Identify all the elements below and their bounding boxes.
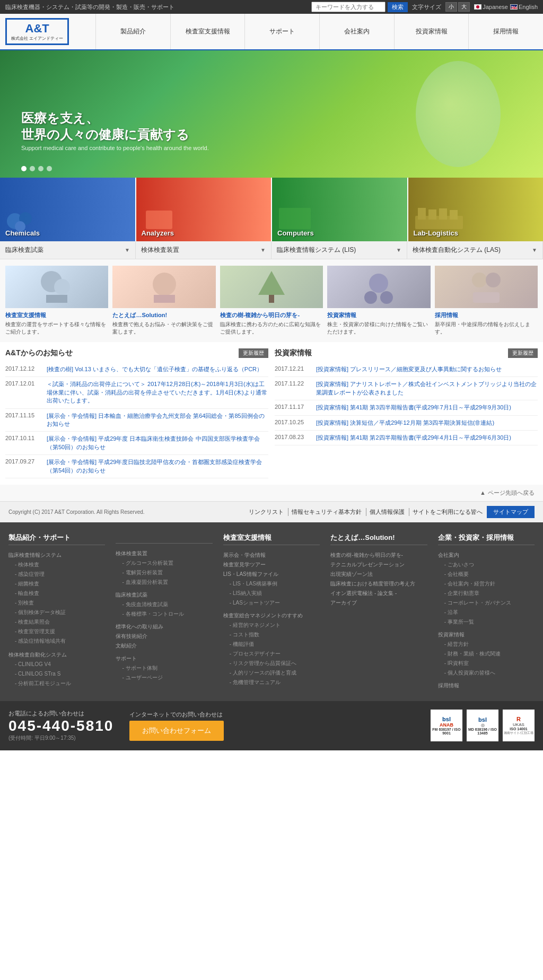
inv-news-link-4[interactable]: [投資家情報] 決算短信／平成29年12月期 第3四半期決算短信(非連結) <box>316 419 494 427</box>
df-careers-link[interactable]: 採用情報 <box>438 681 535 690</box>
info-card-investors[interactable]: 投資家情報 株主・投資家の皆様に向けた情報をご覧いただけます。 <box>327 266 430 336</box>
at-news-link-3[interactable]: [展示会・学会情報] 日本輸血・細胞治療学会九州支部会 第64回総会・第85回例… <box>47 412 268 428</box>
hero-dot-2[interactable] <box>30 166 35 171</box>
at-news-link-1[interactable]: [検査の樹] Vol.13 いまさら、でも大切な「遺伝子検査」の基礎をふり返る（… <box>47 365 262 373</box>
dark-footer-las-link[interactable]: 検体検査自動化システム <box>8 650 105 660</box>
footer-link-2[interactable]: 情報セキュリティ基本方針 <box>288 508 365 516</box>
investor-news-title: 投資家情報 <box>275 348 312 358</box>
cat-chemicals[interactable]: Chemicals <box>0 178 136 241</box>
contact-internet-label: インターネットでのお問い合わせは <box>129 711 224 719</box>
lang-jp-button[interactable]: Japanese <box>474 4 508 10</box>
nav-item-investors[interactable]: 投資家情報 <box>394 14 469 49</box>
hero-dot-3[interactable] <box>38 166 43 171</box>
inv-news-link-1[interactable]: [投資家情報] プレスリリース／細胞変更及び人事異動に関するお知らせ <box>316 365 502 373</box>
df-quality[interactable]: 臨床検査における精度管理の考え方 <box>330 579 427 589</box>
dark-footer-tech-link[interactable]: 保有技術紹介 <box>116 632 212 641</box>
nav-item-careers[interactable]: 採用情報 <box>468 14 543 49</box>
dark-footer: 製品紹介・サポート 臨床検査情報システム ‐ 検体検査 ‐ 感染症管理 ‐ 細菌… <box>0 522 543 701</box>
font-small-button[interactable]: 小 <box>445 2 457 12</box>
dark-footer-sub-glucose: ‐ グルコース分析装置 <box>116 558 212 568</box>
dark-footer-reagent-link[interactable]: 臨床検査試薬 <box>116 590 212 600</box>
df-sub-policy: ‐ 会社案内・経営方針 <box>438 579 535 589</box>
sitemap-button[interactable]: サイトマップ <box>487 506 535 518</box>
nav-item-lab-support[interactable]: 検査室支援情報 <box>170 14 245 49</box>
at-news-item-4: 2017.10.11 [展示会・学会情報] 平成29年度 日本臨床衛生検査技師会… <box>5 432 268 455</box>
inv-news-link-2[interactable]: [投資家情報] アナリストレポート／株式会社インベストメントブリッジより当社の企… <box>316 380 538 397</box>
inv-news-item-3: 2017.11.17 [投資家情報] 第41期 第3四半期報告書(平成29年7月… <box>275 400 538 415</box>
df-tree[interactable]: 検査の樹-複雑から明日の芽を- <box>330 550 427 560</box>
df-sub-lis-jisseki: ‐ LIS納入実績 <box>223 589 320 598</box>
prod-header-analyzers[interactable]: 検体検査装置 ▼ <box>136 241 272 259</box>
df-sub-las-short: ‐ LASショートツアー <box>223 598 320 608</box>
nav-item-support[interactable]: サポート <box>244 14 319 49</box>
copyright-text: Copyright (C) 2017 A&T Corporation. All … <box>8 509 145 515</box>
hero-dot-1[interactable] <box>21 166 27 171</box>
lang-en-button[interactable]: 🇬🇧 English <box>510 4 538 10</box>
info-card-careers-image <box>435 266 538 308</box>
nav-item-products[interactable]: 製品紹介 <box>95 14 170 49</box>
df-technical[interactable]: テクニカルプレゼンテーション <box>330 560 427 570</box>
df-sub-gov: ‐ コーポレート・ガバナンス <box>438 598 535 608</box>
footer-link-4[interactable]: サイトをご利用になる皆へ <box>409 508 486 516</box>
cat-chemicals-label: Chemicals <box>5 229 40 237</box>
df-lis-file[interactable]: LIS・LAS情報ファイル <box>223 570 320 579</box>
info-card-lab-title: 検査室支援情報 <box>5 311 108 319</box>
at-news-link-4[interactable]: [展示会・学会情報] 平成29年度 日本臨床衛生検査技師会 中四国支部医学検査学… <box>47 435 268 451</box>
footer-link-1[interactable]: リンクリスト <box>246 508 287 516</box>
at-news-link-2[interactable]: ＜試薬・消耗品の出荷停止について＞ 2017年12月28日(木)～2018年1月… <box>47 380 268 405</box>
at-news-date-1: 2017.12.12 <box>5 365 42 373</box>
prod-header-lis[interactable]: 臨床検査情報システム (LIS) ▼ <box>272 241 407 259</box>
footer-links-bar: Copyright (C) 2017 A&T Corporation. All … <box>0 501 543 522</box>
inv-news-link-3[interactable]: [投資家情報] 第41期 第3四半期報告書(平成29年7月1日～平成29年9月3… <box>316 404 511 412</box>
font-large-button[interactable]: 大 <box>458 2 470 12</box>
df-sub-case: ‐ LIS・LAS構築事例 <box>223 579 320 589</box>
df-company[interactable]: 会社案内 <box>438 550 535 560</box>
inv-news-link-5[interactable]: [投資家情報] 第41期 第2四半期報告書(平成29年4月1日～平成29年6月3… <box>316 434 511 442</box>
df-archive[interactable]: アーカイブ <box>330 598 427 608</box>
svg-rect-8 <box>418 208 426 220</box>
df-total-mgmt[interactable]: 検査室総合マネジメントのすすめ <box>223 611 320 620</box>
inv-news-item-2: 2017.11.22 [投資家情報] アナリストレポート／株式会社インベストメン… <box>275 377 538 400</box>
df-sub-greet: ‐ ごあいさつ <box>438 560 535 570</box>
dark-footer-ref-link[interactable]: 文献紹介 <box>116 641 212 651</box>
search-input[interactable] <box>311 2 386 12</box>
df-investors-col[interactable]: 投資家情報 <box>438 630 535 640</box>
font-size-buttons: 小 大 <box>445 2 470 12</box>
cat-computers[interactable]: Computers <box>272 178 408 241</box>
df-zone[interactable]: 出現実績ゾーン法 <box>330 570 427 579</box>
info-card-careers-desc: 新卒採用・中途採用の情報をお伝えします。 <box>435 321 538 336</box>
cat-analyzers[interactable]: Analyzers <box>136 178 273 241</box>
df-ion[interactable]: イオン選択電極法 - 論文集 - <box>330 589 427 598</box>
at-news-item-2: 2017.12.01 ＜試薬・消耗品の出荷停止について＞ 2017年12月28日… <box>5 377 268 408</box>
top-bar: 臨床検査機器・システム・試薬等の開発・製造・販売・サポート 検索 文字サイズ 小… <box>0 0 543 14</box>
info-card-solution[interactable]: たとえば…Solution! 検査務で抱えるお悩み・その解決策をご提案します。 <box>112 266 215 336</box>
dark-footer-col2: 検査室支援情報 展示会・学会情報 検査室見学ツアー LIS・LAS情報ファイル … <box>223 533 320 690</box>
search-button[interactable]: 検索 <box>388 2 408 12</box>
at-news-link-5[interactable]: [展示会・学会情報] 平成29年度日臨技北陸甲信友の会・首都圏支部感染症検査学会… <box>47 458 268 475</box>
dark-footer-device-link[interactable]: 検体検査装置 <box>116 549 212 558</box>
info-card-lab-support[interactable]: 検査室支援情報 検査室の運営をサポートする様々な情報をご紹介します。 <box>5 266 108 336</box>
nav-item-about[interactable]: 会社案内 <box>319 14 394 49</box>
dark-footer-support-link[interactable]: サポート <box>116 654 212 663</box>
df-exhib[interactable]: 展示会・学会情報 <box>223 550 320 560</box>
prod-header-reagents[interactable]: 臨床検査試薬 ▼ <box>0 241 136 259</box>
prod-header-las[interactable]: 検体検査自動化システム (LAS) ▼ <box>407 241 543 259</box>
contact-form-button[interactable]: お問い合わせフォーム <box>129 721 224 741</box>
hero-headline: 医療を支え、 世界の人々の健康に貢献する <box>21 110 209 143</box>
info-card-tree[interactable]: 検査の樹-複雑から明日の芽を- 臨床検査に携わる方のために広範な知識をご提供しま… <box>220 266 323 336</box>
hero-dot-4[interactable] <box>47 166 52 171</box>
top-bar-right: 検索 文字サイズ 小 大 Japanese 🇬🇧 English <box>311 2 538 12</box>
at-update-button[interactable]: 更新履歴 <box>239 348 268 358</box>
dark-footer-lis-link[interactable]: 臨床検査情報システム <box>8 550 105 560</box>
cat-lab[interactable]: Lab-Logistics <box>408 178 544 241</box>
cat-computers-label: Computers <box>277 229 314 237</box>
dark-footer-standardize-link[interactable]: 標準化への取り組み <box>116 622 212 632</box>
at-news-column: A&Tからのお知らせ 更新履歴 2017.12.12 [検査の樹] Vol.13… <box>5 348 268 478</box>
back-to-top-button[interactable]: ▲ ページ先頭へ戻る <box>480 489 535 497</box>
df-sub-indiv: ‐ 個人投資家の皆様へ <box>438 668 535 678</box>
investor-update-button[interactable]: 更新履歴 <box>508 348 538 358</box>
footer-link-3[interactable]: 個人情報保護 <box>366 508 408 516</box>
dark-footer-col1b: . 検体検査装置 ‐ グルコース分析装置 ‐ 電解質分析装置 ‐ 血液凝固分析装… <box>116 533 212 690</box>
df-tour[interactable]: 検査室見学ツアー <box>223 560 320 570</box>
info-card-careers[interactable]: 採用情報 新卒採用・中途採用の情報をお伝えします。 <box>435 266 538 336</box>
